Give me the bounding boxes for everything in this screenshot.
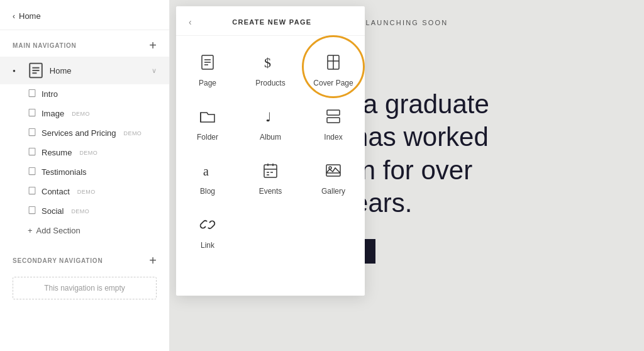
page-type-page[interactable]: Page — [176, 42, 239, 96]
page-icon — [28, 167, 36, 177]
demo-badge: DEMO — [124, 130, 142, 136]
album-label: Album — [260, 133, 281, 142]
chevron-down-icon: ∨ — [152, 67, 157, 75]
page-icon — [28, 206, 36, 216]
svg-rect-10 — [29, 206, 35, 213]
svg-rect-24 — [264, 165, 277, 177]
link-icon — [199, 216, 216, 236]
main-nav-section-header: MAIN NAVIGATION + — [0, 30, 169, 57]
svg-rect-4 — [29, 89, 35, 96]
page-type-grid: Page $ Products — [176, 36, 365, 265]
sub-nav-label: Contact — [42, 187, 70, 196]
blog-icon: a — [199, 162, 216, 182]
page-icon — [28, 128, 36, 138]
products-label: Products — [255, 79, 285, 87]
page-type-events[interactable]: Events — [239, 150, 302, 204]
svg-rect-8 — [29, 167, 35, 174]
page-type-link[interactable]: Link — [176, 204, 239, 259]
sub-nav-item-social[interactable]: Social DEMO — [0, 201, 169, 221]
sub-nav-item-resume[interactable]: Resume DEMO — [0, 143, 169, 162]
add-main-nav-button[interactable]: + — [149, 39, 157, 52]
sub-nav-item-testimonials[interactable]: Testimonials — [0, 162, 169, 182]
gallery-label: Gallery — [321, 187, 345, 196]
page-type-icon — [27, 62, 45, 79]
cover-page-label: Cover Page — [313, 79, 353, 87]
create-new-page-modal: ‹ CREATE NEW PAGE Page — [176, 6, 365, 296]
modal-title: CREATE NEW PAGE — [192, 18, 352, 26]
page-icon — [28, 186, 36, 197]
page-type-gallery[interactable]: Gallery — [302, 150, 365, 204]
demo-badge: DEMO — [77, 189, 96, 195]
svg-rect-7 — [29, 148, 35, 155]
sub-nav-label: Services and Pricing — [42, 128, 116, 138]
svg-text:$: $ — [264, 55, 271, 70]
page-icon — [28, 147, 36, 158]
modal-header: ‹ CREATE NEW PAGE — [176, 6, 365, 36]
demo-badge: DEMO — [71, 208, 89, 214]
link-label: Link — [201, 241, 214, 250]
gallery-icon — [325, 162, 342, 182]
demo-badge: DEMO — [72, 111, 90, 117]
page-type-label: Page — [199, 79, 216, 87]
svg-text:a: a — [203, 164, 209, 178]
add-secondary-nav-button[interactable]: + — [149, 254, 157, 267]
sub-nav-label: Intro — [42, 89, 58, 99]
svg-text:♩: ♩ — [265, 110, 271, 124]
page-type-products[interactable]: $ Products — [239, 42, 302, 96]
sub-nav-label: Social — [42, 206, 64, 216]
sub-nav-item-intro[interactable]: Intro — [0, 84, 169, 104]
main-area: LAUNCHING SOON re! I'm a graduate t who … — [170, 0, 644, 351]
sub-nav-label: Resume — [42, 148, 72, 157]
page-type-album[interactable]: ♩ Album — [239, 96, 302, 150]
nav-item-home[interactable]: ● Home ∨ — [0, 57, 169, 84]
sub-nav-item-image[interactable]: Image DEMO — [0, 104, 169, 123]
album-icon: ♩ — [262, 108, 279, 128]
sub-nav-item-contact[interactable]: Contact DEMO — [0, 182, 169, 201]
page-icon — [28, 89, 36, 99]
sidebar: ‹ Home MAIN NAVIGATION + ● Home ∨ Intro … — [0, 0, 170, 351]
sub-nav-item-services[interactable]: Services and Pricing DEMO — [0, 123, 169, 143]
main-nav-title: MAIN NAVIGATION — [13, 42, 77, 49]
products-icon: $ — [262, 53, 279, 74]
svg-rect-9 — [29, 187, 35, 194]
svg-rect-22 — [327, 118, 340, 123]
svg-rect-6 — [29, 128, 35, 135]
plus-icon: + — [28, 226, 33, 235]
secondary-nav-title: SECONDARY NAVIGATION — [13, 257, 103, 264]
demo-badge: DEMO — [79, 150, 97, 156]
folder-icon — [199, 108, 216, 128]
add-section-button[interactable]: + Add Section — [0, 221, 169, 240]
nav-item-home-label: Home — [50, 66, 72, 75]
secondary-nav-section: SECONDARY NAVIGATION + This navigation i… — [0, 245, 169, 304]
add-section-label: Add Section — [36, 226, 80, 235]
index-icon — [325, 108, 342, 128]
page-icon — [199, 53, 216, 74]
back-button[interactable]: ‹ Home — [0, 0, 169, 30]
svg-rect-5 — [29, 109, 35, 116]
cover-page-icon — [325, 53, 342, 74]
chevron-left-icon: ‹ — [13, 12, 15, 21]
page-type-folder[interactable]: Folder — [176, 96, 239, 150]
folder-label: Folder — [197, 133, 218, 142]
svg-rect-21 — [327, 110, 340, 115]
blog-label: Blog — [200, 187, 215, 196]
empty-nav-placeholder: This navigation is empty — [13, 277, 157, 299]
sub-nav-label: Testimonials — [42, 167, 87, 177]
secondary-nav-header: SECONDARY NAVIGATION + — [0, 245, 169, 272]
page-icon — [28, 108, 36, 119]
page-type-index[interactable]: Index — [302, 96, 365, 150]
events-icon — [262, 162, 279, 182]
back-label: Home — [19, 11, 41, 21]
modal-overlay: ‹ CREATE NEW PAGE Page — [170, 0, 644, 351]
page-type-cover-page[interactable]: Cover Page — [302, 42, 365, 96]
sub-nav-label: Image — [42, 109, 64, 118]
index-label: Index — [324, 133, 342, 142]
home-dot-icon: ● — [13, 68, 16, 74]
events-label: Events — [259, 187, 282, 196]
svg-point-33 — [329, 167, 331, 169]
page-type-blog[interactable]: a Blog — [176, 150, 239, 204]
